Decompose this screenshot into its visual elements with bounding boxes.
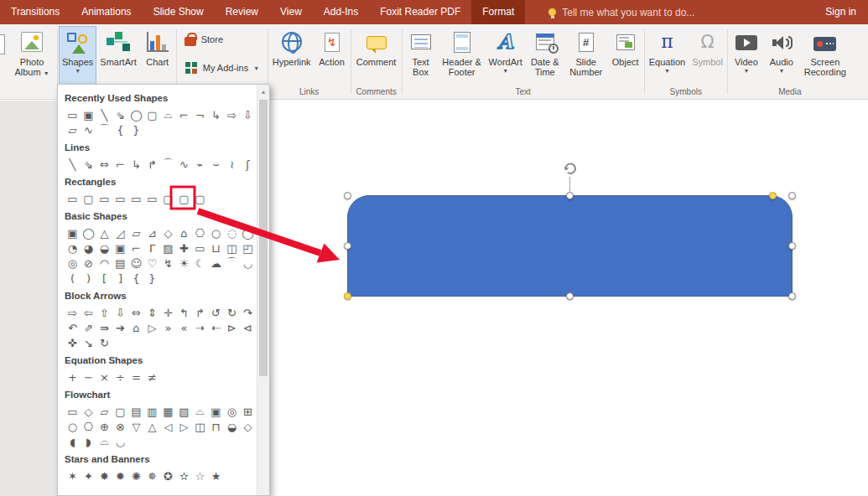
shape-glyph[interactable]: ✦ (81, 468, 96, 483)
shape-glyph[interactable]: ⊿ (144, 225, 160, 240)
shape-glyph[interactable]: ↘ (81, 335, 96, 350)
shape-glyph[interactable]: ↷ (240, 305, 256, 320)
shape-glyph[interactable]: ◁ (160, 419, 176, 434)
scroll-up-icon[interactable]: ▲ (257, 85, 269, 98)
shape-glyph[interactable]: ◯ (128, 107, 144, 122)
scrollbar-thumb[interactable] (259, 100, 268, 376)
shape-glyph[interactable]: ◠ (96, 256, 112, 271)
shape-glyph[interactable]: ▢ (144, 107, 160, 122)
shape-glyph[interactable]: ↱ (192, 305, 208, 320)
resize-handle-bottom-right[interactable] (788, 292, 796, 300)
shape-glyph[interactable]: ≠ (144, 369, 160, 385)
shape-glyph[interactable]: ↻ (96, 335, 112, 350)
menu-tab[interactable]: Slide Show (143, 0, 215, 24)
shape-glyph[interactable]: ◯ (240, 225, 256, 240)
shape-glyph[interactable]: ✹ (112, 468, 128, 483)
shape-glyph[interactable]: ◇ (160, 225, 176, 240)
menu-tab[interactable]: Animations (70, 0, 142, 24)
shape-glyph[interactable]: ) (81, 271, 96, 286)
menu-tab[interactable]: Transitions (0, 0, 70, 24)
chart-button[interactable]: Chart (140, 26, 175, 86)
shape-glyph[interactable]: ▭ (144, 191, 160, 206)
shape-glyph[interactable]: ⇕ (144, 305, 160, 320)
shape-glyph[interactable]: ✫ (176, 468, 192, 483)
shape-glyph[interactable]: ✺ (128, 468, 144, 483)
object-button[interactable]: Object (608, 26, 643, 86)
shape-glyph[interactable]: ⊞ (240, 404, 256, 419)
shape-glyph[interactable]: ✚ (176, 240, 192, 256)
shape-glyph[interactable]: ↶ (65, 320, 81, 335)
shape-glyph[interactable]: ⇠ (208, 320, 224, 335)
shape-glyph[interactable]: ▭ (96, 191, 112, 206)
shape-glyph[interactable]: ⇔ (128, 305, 144, 320)
shape-glyph[interactable]: ◫ (192, 419, 208, 434)
shape-glyph[interactable]: ⊕ (96, 419, 112, 434)
shape-glyph[interactable]: ⌓ (96, 434, 112, 449)
shapes-button[interactable]: Shapes ▼ (59, 26, 96, 86)
shape-glyph[interactable]: ⌒ (96, 122, 112, 137)
tell-me-box[interactable]: Tell me what you want to do... (548, 0, 694, 24)
shape-glyph[interactable]: } (144, 271, 160, 286)
shape-glyph[interactable]: ⌓ (192, 404, 208, 419)
shape-glyph[interactable]: ▣ (81, 107, 96, 122)
header-footer-button[interactable]: Header & Footer (439, 26, 486, 86)
menu-tab[interactable]: Add-Ins (313, 0, 369, 24)
shape-glyph[interactable]: ➔ (112, 320, 128, 335)
shape-glyph[interactable]: ⊓ (208, 419, 224, 434)
shape-glyph[interactable]: ✜ (65, 335, 81, 350)
shape-glyph[interactable]: ✸ (96, 468, 112, 483)
action-button[interactable]: ↯ Action (314, 26, 350, 86)
shape-glyph[interactable]: ⌐ (128, 240, 144, 256)
shape-glyph[interactable]: ◰ (240, 240, 256, 256)
shape-glyph[interactable]: ↺ (208, 305, 224, 320)
shape-glyph[interactable]: △ (96, 225, 112, 240)
shape-glyph[interactable]: ✵ (144, 468, 160, 483)
shape-glyph[interactable]: ¬ (192, 107, 208, 122)
shape-glyph[interactable]: ↱ (144, 157, 160, 172)
equation-button[interactable]: π Equation ▼ (646, 26, 689, 86)
symbol-button[interactable]: Ω Symbol (689, 26, 726, 86)
shape-glyph[interactable]: = (128, 369, 144, 385)
shape-glyph[interactable]: { (128, 271, 144, 286)
shape-glyph[interactable]: ╲ (96, 107, 112, 122)
inserted-rounded-rectangle-shape[interactable] (347, 195, 793, 297)
shape-glyph[interactable]: ⌓ (160, 107, 176, 122)
shape-glyph[interactable]: ◯ (81, 225, 96, 240)
shape-glyph[interactable]: ↳ (128, 157, 144, 172)
shape-glyph[interactable]: ⇦ (81, 305, 96, 320)
screen-recording-button[interactable]: Screen Recording (799, 26, 851, 86)
shape-glyph[interactable]: ▨ (160, 240, 176, 256)
shape-glyph[interactable]: ∿ (81, 122, 96, 137)
shape-glyph[interactable]: ▷ (144, 320, 160, 335)
shape-glyph[interactable]: ⌁ (192, 157, 208, 172)
shape-glyph[interactable]: ✛ (160, 305, 176, 320)
video-button[interactable]: Video ▼ (729, 26, 764, 86)
shape-glyph[interactable]: ▱ (96, 404, 112, 419)
shape-glyph[interactable]: ▢ (81, 191, 96, 206)
shape-glyph[interactable]: » (160, 320, 176, 335)
shape-glyph[interactable]: ★ (208, 468, 224, 483)
shape-glyph[interactable]: ⌂ (176, 225, 192, 240)
comment-button[interactable]: Comment (352, 26, 401, 86)
slide-number-button[interactable]: # Slide Number (564, 26, 608, 86)
shape-glyph[interactable]: ⌐ (112, 157, 128, 172)
shape-glyph[interactable]: ◖ (65, 434, 81, 449)
shape-glyph[interactable]: ◇ (240, 419, 256, 434)
shape-glyph[interactable]: ⎔ (192, 225, 208, 240)
resize-handle-middle-left[interactable] (344, 242, 351, 250)
shape-glyph[interactable]: ⌣ (208, 157, 224, 172)
shape-glyph[interactable]: ▣ (208, 404, 224, 419)
shape-glyph[interactable]: ⇩ (112, 305, 128, 320)
shape-glyph[interactable]: ▢ (192, 191, 208, 206)
shape-glyph[interactable]: ⇔ (96, 157, 112, 172)
shape-glyph[interactable]: ☀ (176, 256, 192, 271)
text-box-button[interactable]: Text Box (403, 26, 439, 86)
shape-glyph[interactable]: ▱ (128, 225, 144, 240)
shape-glyph[interactable]: ↯ (160, 256, 176, 271)
shape-glyph[interactable]: ⇛ (96, 320, 112, 335)
shape-glyph[interactable]: ▤ (128, 404, 144, 419)
shape-glyph[interactable]: ▭ (65, 404, 81, 419)
shape-glyph[interactable]: ▧ (176, 404, 192, 419)
shape-glyph[interactable]: ≀ (224, 157, 240, 172)
shape-glyph[interactable]: ◒ (224, 419, 240, 434)
